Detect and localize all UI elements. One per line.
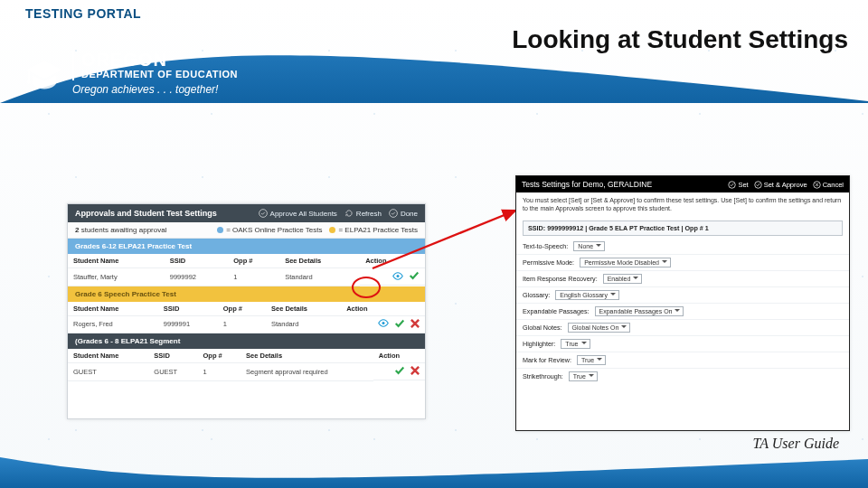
- col-header: See Details: [241, 349, 373, 363]
- set-button[interactable]: Set: [728, 181, 748, 189]
- header-label: TESTING PORTAL: [25, 4, 141, 23]
- approvals-header: Approvals and Student Test Settings Appr…: [68, 204, 425, 222]
- approvals-panel: Approvals and Student Test Settings Appr…: [67, 203, 426, 419]
- eye-icon[interactable]: [392, 272, 403, 282]
- cell: 9999992: [165, 268, 228, 286]
- footer-text: TA User Guide: [753, 436, 839, 452]
- approvals-title: Approvals and Student Test Settings: [75, 209, 217, 218]
- setting-select[interactable]: True: [577, 355, 606, 365]
- setting-row: Permissive Mode:Permissive Mode Disabled: [516, 254, 849, 270]
- cell: GUEST: [148, 363, 197, 381]
- cell: 1: [197, 363, 241, 381]
- setting-select[interactable]: True: [569, 371, 598, 381]
- cell: Standard: [266, 315, 341, 333]
- approve-all-button[interactable]: Approve All Students: [259, 209, 337, 218]
- col-header: Action: [360, 254, 425, 268]
- col-header: Opp #: [197, 349, 241, 363]
- col-header: Student Name: [68, 302, 158, 316]
- section-header: Grades 6-12 ELPA21 Practice Test: [68, 239, 425, 254]
- setting-select[interactable]: None: [573, 241, 605, 251]
- set-approve-button[interactable]: Set & Approve: [754, 181, 807, 189]
- setting-select[interactable]: Global Notes On: [568, 323, 631, 333]
- awaiting-bar: 2 students awaiting approval = OAKS Onli…: [68, 222, 425, 239]
- x-icon[interactable]: [410, 366, 420, 377]
- legend-label: = OAKS Online Practice Tests: [226, 226, 322, 234]
- svg-point-0: [27, 80, 31, 84]
- awaiting-label: students awaiting approval: [81, 226, 167, 234]
- setting-row: Glossary:English Glossary: [516, 286, 849, 303]
- svg-point-2: [390, 210, 398, 218]
- col-header: Opp #: [218, 302, 266, 316]
- cell: Rogers, Fred: [68, 315, 158, 333]
- action-cell: [341, 316, 425, 333]
- svg-point-4: [382, 322, 385, 324]
- setting-row: Text-to-Speech:None: [516, 239, 849, 254]
- cell: 1: [218, 315, 266, 333]
- settings-instructions: You must select [Set] or [Set & Approve]…: [516, 192, 849, 218]
- cell: Standard: [279, 268, 360, 286]
- ssid-bar: SSID: 9999999912 | Grade 5 ELA PT Practi…: [523, 221, 843, 236]
- logo-oregon: OREGON: [81, 51, 238, 70]
- approvals-table: Student NameSSIDOpp #See DetailsActionGU…: [68, 349, 425, 381]
- ck-icon[interactable]: [409, 271, 420, 282]
- cell: 9999991: [158, 315, 218, 333]
- setting-row: Mark for Review:True: [516, 352, 849, 368]
- settings-title: Tests Settings for Demo, GERALDINE: [522, 180, 652, 189]
- x-icon[interactable]: [410, 319, 420, 330]
- table-row: Rogers, Fred99999911Standard: [68, 315, 425, 333]
- done-button[interactable]: Done: [389, 209, 418, 218]
- cell: Stauffer, Marty: [68, 268, 165, 286]
- setting-row: Strikethrough:True: [516, 368, 849, 384]
- legend-item: = ELPA21 Practice Tests: [329, 226, 418, 234]
- col-header: SSID: [148, 349, 197, 363]
- setting-label: Expandable Passages:: [523, 307, 590, 315]
- setting-row: Expandable Passages:Expandable Passages …: [516, 303, 849, 319]
- col-header: Opp #: [228, 254, 279, 268]
- ck-icon[interactable]: [394, 366, 405, 377]
- col-header: See Details: [266, 302, 341, 316]
- legend-label: = ELPA21 Practice Tests: [338, 226, 418, 234]
- setting-select[interactable]: Permissive Mode Disabled: [580, 258, 671, 267]
- col-header: Action: [341, 302, 425, 316]
- col-header: Student Name: [68, 254, 165, 268]
- eye-icon[interactable]: [378, 319, 389, 329]
- col-header: Action: [373, 349, 425, 363]
- cell: GUEST: [68, 363, 148, 381]
- logo-tagline: Oregon achieves . . . together!: [72, 84, 238, 96]
- logo-dept: DEPARTMENT OF EDUCATION: [81, 70, 238, 80]
- setting-label: Glossary:: [523, 291, 550, 299]
- svg-point-1: [259, 210, 267, 218]
- top-banner: OREGON DEPARTMENT OF EDUCATION Oregon ac…: [0, 22, 868, 103]
- table-row: GUESTGUEST1Segment approval required: [68, 363, 425, 381]
- setting-select[interactable]: Expandable Passages On: [595, 306, 684, 316]
- grad-cap-icon: [24, 56, 65, 98]
- ode-logo: OREGON DEPARTMENT OF EDUCATION Oregon ac…: [24, 49, 268, 112]
- legend-dot-icon: [217, 227, 223, 233]
- setting-label: Text-to-Speech:: [523, 242, 568, 250]
- cell: Segment approval required: [241, 363, 373, 381]
- setting-row: Item Response Recovery:Enabled: [516, 270, 849, 286]
- awaiting-count: 2: [75, 226, 79, 234]
- refresh-button[interactable]: Refresh: [344, 209, 382, 218]
- settings-header: Tests Settings for Demo, GERALDINE Set S…: [516, 176, 849, 192]
- col-header: SSID: [158, 302, 218, 316]
- setting-label: Highlighter:: [523, 340, 555, 348]
- cancel-button[interactable]: Cancel: [813, 181, 844, 189]
- col-header: See Details: [279, 254, 360, 268]
- svg-point-3: [397, 275, 400, 277]
- setting-select[interactable]: Enabled: [603, 274, 643, 284]
- legend-item: = OAKS Online Practice Tests: [217, 226, 322, 234]
- callout-circle: [352, 277, 381, 298]
- ck-icon[interactable]: [394, 319, 405, 330]
- setting-label: Item Response Recovery:: [523, 275, 598, 283]
- section-header: (Grades 6 - 8 ELPA21 Segment: [68, 333, 425, 349]
- setting-select[interactable]: English Glossary: [555, 290, 619, 300]
- setting-label: Strikethrough:: [523, 372, 563, 380]
- slide: TESTING PORTAL Looking at Student Settin…: [0, 0, 868, 488]
- setting-select[interactable]: True: [561, 339, 590, 349]
- col-header: Student Name: [68, 349, 148, 363]
- col-header: SSID: [165, 254, 228, 268]
- setting-label: Mark for Review:: [523, 356, 571, 364]
- cell: 1: [228, 268, 279, 286]
- setting-label: Global Notes:: [523, 324, 562, 332]
